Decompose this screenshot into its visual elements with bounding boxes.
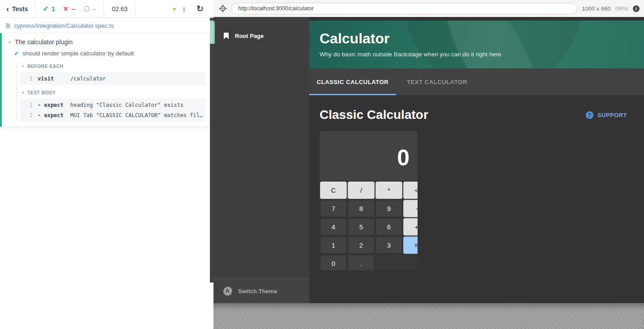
url-text: http://localhost:3000/calculator bbox=[238, 5, 314, 12]
caret-down-icon: ▾ bbox=[9, 40, 11, 45]
command-message: heading "Classic Calculator" exists bbox=[70, 102, 205, 108]
key-equals[interactable]: = bbox=[403, 236, 418, 254]
calculator-display-value: 0 bbox=[397, 145, 409, 171]
runner-scrollbar-thumb[interactable] bbox=[210, 21, 213, 44]
circle-icon bbox=[84, 6, 90, 12]
command-row-expect-2[interactable]: 2 - expect MUI Tab "CLASSIC CALCULATOR" … bbox=[20, 110, 205, 120]
passed-stat: ✓ 1 bbox=[43, 4, 55, 13]
toolbar-right-icons: ● ↕ ↻ bbox=[173, 4, 213, 14]
viewport-zoom-label: (96%) bbox=[615, 6, 628, 11]
test-duration: 02.63 bbox=[104, 0, 136, 17]
failed-count: -- bbox=[71, 5, 75, 13]
tab-content: Classic Calculator ? SUPPORT 0 C / * bbox=[309, 95, 644, 303]
aut-panel: http://localhost:3000/calculator 1000 x … bbox=[213, 0, 644, 329]
section-label: TEST BODY bbox=[27, 90, 56, 95]
runner-scrollbar-track[interactable] bbox=[210, 18, 213, 283]
test-attempt-log: ▾ BEFORE EACH 1 visit /calculator ▾ TEST… bbox=[17, 62, 210, 122]
calculator-widget: 0 C / * < 7 8 9 - 4 5 bbox=[320, 131, 418, 270]
caret-down-icon: ▾ bbox=[22, 90, 24, 95]
section-test-body[interactable]: ▾ TEST BODY bbox=[17, 89, 210, 97]
tab-classic-calculator[interactable]: CLASSIC CALCULATOR bbox=[309, 68, 396, 95]
scroll-arrows-icon[interactable]: ↕ bbox=[183, 5, 186, 13]
sidebar-item-root-page[interactable]: Root Page bbox=[213, 27, 309, 45]
tab-label: CLASSIC CALCULATOR bbox=[317, 79, 389, 85]
key-multiply[interactable]: * bbox=[375, 181, 402, 199]
key-4[interactable]: 4 bbox=[320, 218, 347, 236]
chevron-left-icon: ‹ bbox=[6, 5, 9, 13]
tab-bar: CLASSIC CALCULATOR TEXT CALCULATOR bbox=[309, 68, 644, 95]
app-under-test: Root Page A Switch Theme Calculator Why … bbox=[213, 17, 644, 303]
test-suite-block: ▾ The calculator plugin ✓ should render … bbox=[0, 33, 210, 127]
suite-title-row[interactable]: ▾ The calculator plugin bbox=[2, 33, 210, 46]
command-row-visit[interactable]: 1 visit /calculator bbox=[20, 73, 205, 84]
keypad-filler bbox=[375, 255, 418, 270]
pending-stat: -- bbox=[84, 5, 96, 13]
back-to-tests-button[interactable]: ‹ Tests bbox=[0, 0, 35, 17]
file-icon bbox=[6, 23, 10, 29]
spec-file-row: cypress/integration/Calculator.spec.ts bbox=[0, 18, 210, 33]
section-before-each[interactable]: ▾ BEFORE EACH bbox=[17, 62, 210, 71]
divider bbox=[136, 0, 136, 18]
tab-label: TEXT CALCULATOR bbox=[407, 79, 467, 85]
key-backspace[interactable]: < bbox=[403, 181, 418, 199]
command-row-expect-1[interactable]: 1 - expect heading "Classic Calculator" … bbox=[20, 100, 205, 110]
outside-viewport-stripes bbox=[213, 303, 644, 329]
page-title: Calculator bbox=[320, 30, 389, 47]
theme-badge-icon: A bbox=[222, 286, 232, 296]
key-1[interactable]: 1 bbox=[320, 236, 347, 254]
key-plus[interactable]: + bbox=[403, 218, 418, 236]
info-icon[interactable]: i bbox=[633, 5, 640, 12]
command-number: 1 bbox=[20, 76, 33, 82]
page-subtitle: Why do basic math outside Backstage when… bbox=[320, 51, 501, 58]
calculator-display: 0 bbox=[320, 131, 418, 180]
command-block: 1 - expect heading "Classic Calculator" … bbox=[20, 98, 205, 122]
command-name: visit bbox=[33, 76, 70, 82]
cypress-toolbar: ‹ Tests ✓ 1 ✕ -- -- 02.63 bbox=[0, 0, 213, 18]
key-7[interactable]: 7 bbox=[320, 200, 347, 217]
key-6[interactable]: 6 bbox=[375, 218, 402, 236]
switch-theme-label: Switch Theme bbox=[238, 288, 277, 295]
backstage-sidebar: Root Page A Switch Theme bbox=[213, 17, 309, 303]
test-title-row[interactable]: ✓ should render simple calculator by def… bbox=[2, 46, 210, 57]
aut-url-bar: http://localhost:3000/calculator 1000 x … bbox=[213, 0, 644, 17]
key-3[interactable]: 3 bbox=[375, 236, 402, 254]
key-minus[interactable]: - bbox=[403, 200, 418, 217]
viewport-size-label: 1000 x 660 bbox=[582, 5, 610, 12]
pending-count: -- bbox=[92, 5, 96, 13]
command-name: - expect bbox=[33, 102, 70, 108]
command-number: 2 bbox=[20, 112, 33, 118]
support-button[interactable]: ? SUPPORT bbox=[586, 111, 627, 119]
key-5[interactable]: 5 bbox=[348, 218, 375, 236]
tab-text-calculator[interactable]: TEXT CALCULATOR bbox=[396, 68, 478, 95]
switch-theme-button[interactable]: A Switch Theme bbox=[213, 278, 309, 303]
suite-title: The calculator plugin bbox=[15, 38, 73, 46]
failed-stat: ✕ -- bbox=[63, 5, 76, 13]
section-label: BEFORE EACH bbox=[27, 63, 64, 69]
check-icon: ✓ bbox=[14, 50, 19, 57]
key-clear[interactable]: C bbox=[320, 181, 347, 199]
url-input[interactable]: http://localhost:3000/calculator bbox=[231, 3, 577, 14]
key-divide[interactable]: / bbox=[348, 181, 375, 199]
calculator-keypad: C / * < 7 8 9 - 4 5 6 + 1 bbox=[320, 181, 418, 270]
key-8[interactable]: 8 bbox=[348, 200, 375, 217]
selector-playground-icon[interactable] bbox=[219, 4, 227, 13]
key-0[interactable]: 0 bbox=[320, 255, 347, 270]
spec-file-link[interactable]: cypress/integration/Calculator.spec.ts bbox=[14, 22, 114, 29]
key-9[interactable]: 9 bbox=[375, 200, 402, 217]
test-title: should render simple calculator by defau… bbox=[22, 50, 134, 57]
key-2[interactable]: 2 bbox=[348, 236, 375, 254]
bookmark-icon bbox=[224, 33, 229, 39]
page-header: Calculator Why do basic math outside Bac… bbox=[309, 21, 644, 68]
rerun-tests-icon[interactable]: ↻ bbox=[196, 4, 204, 14]
support-label: SUPPORT bbox=[597, 112, 627, 118]
screen: ‹ Tests ✓ 1 ✕ -- -- 02.63 bbox=[0, 0, 644, 329]
content-heading: Classic Calculator bbox=[320, 108, 428, 122]
command-number: 1 bbox=[20, 102, 33, 108]
cypress-runner-panel: ‹ Tests ✓ 1 ✕ -- -- 02.63 bbox=[0, 0, 213, 329]
test-stats: ✓ 1 ✕ -- -- bbox=[36, 0, 103, 17]
command-message: MUI Tab "CLASSIC CALCULATOR" matches fil… bbox=[70, 112, 205, 118]
key-decimal[interactable]: . bbox=[348, 255, 375, 270]
command-name: - expect bbox=[33, 112, 70, 118]
check-icon: ✓ bbox=[43, 4, 49, 13]
command-message: /calculator bbox=[70, 76, 205, 82]
